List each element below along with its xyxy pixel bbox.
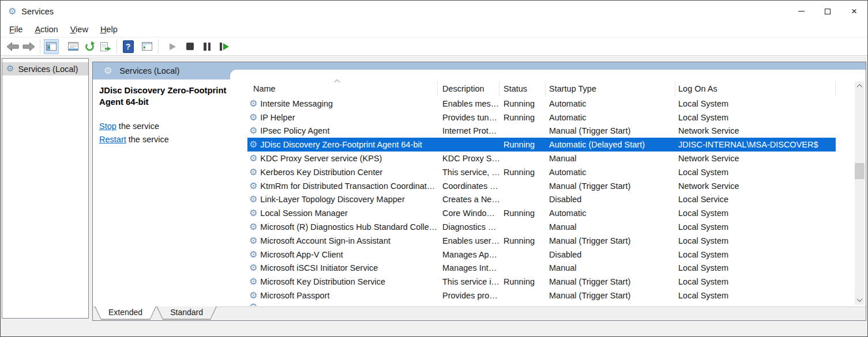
console-tree-icon bbox=[46, 42, 57, 51]
selected-service-title: JDisc Discovery Zero-Footprint Agent 64-… bbox=[99, 85, 232, 108]
restart-service-link[interactable]: Restart bbox=[99, 135, 126, 144]
close-button[interactable]: × bbox=[841, 1, 867, 22]
table-row-partial[interactable]: ⚙ bbox=[247, 302, 836, 306]
restart-service-line: Restart the service bbox=[99, 133, 243, 146]
service-name: IPsec Policy Agent bbox=[260, 126, 329, 135]
tree-item-label: Services (Local) bbox=[18, 65, 78, 74]
table-row[interactable]: ⚙Microsoft Key Distribution Service This… bbox=[247, 275, 836, 289]
service-name: JDisc Discovery Zero-Footprint Agent 64-… bbox=[260, 140, 422, 149]
menu-view[interactable]: View bbox=[70, 25, 88, 34]
action-pane-icon bbox=[142, 42, 152, 51]
window-title: Services bbox=[21, 7, 54, 16]
service-startup-type: Manual (Trigger Start) bbox=[546, 277, 675, 286]
help-icon: ? bbox=[123, 40, 134, 53]
back-button[interactable] bbox=[5, 39, 20, 54]
chevron-down-icon bbox=[857, 296, 863, 302]
column-header-startup-type[interactable]: Startup Type bbox=[546, 81, 675, 96]
stop-icon bbox=[186, 43, 194, 50]
service-description: This service, … bbox=[438, 168, 499, 177]
table-row[interactable]: ⚙Intersite Messaging Enables mes… Runnin… bbox=[247, 97, 836, 111]
scroll-down-button[interactable] bbox=[855, 295, 865, 305]
service-log-on-as: JDISC-INTERNAL\MSA-DISCOVER$ bbox=[675, 140, 836, 149]
minimize-button[interactable] bbox=[788, 1, 814, 22]
stop-service-line: Stop the service bbox=[99, 120, 243, 133]
table-row[interactable]: ⚙KtmRm for Distributed Transaction Coord… bbox=[247, 179, 836, 193]
tab-extended[interactable]: Extended bbox=[95, 306, 156, 320]
refresh-button[interactable] bbox=[82, 39, 97, 54]
service-gear-icon: ⚙ bbox=[249, 277, 257, 286]
restart-service-button[interactable] bbox=[217, 39, 232, 54]
column-header-log-on-as[interactable]: Log On As bbox=[675, 81, 836, 96]
table-row[interactable]: ⚙Microsoft (R) Diagnostics Hub Standard … bbox=[247, 220, 836, 234]
service-log-on-as: Local System bbox=[675, 277, 836, 286]
service-status: Running bbox=[499, 140, 546, 149]
service-name: IP Helper bbox=[260, 113, 295, 122]
column-header-description[interactable]: Description bbox=[438, 81, 499, 96]
properties-button[interactable] bbox=[66, 39, 81, 54]
tab-label: Standard bbox=[156, 306, 217, 317]
tab-standard[interactable]: Standard bbox=[156, 306, 217, 320]
table-row[interactable]: ⚙Kerberos Key Distribution Center This s… bbox=[247, 165, 836, 179]
stop-service-link[interactable]: Stop bbox=[99, 122, 117, 131]
refresh-icon bbox=[84, 41, 95, 52]
service-status: Running bbox=[499, 168, 546, 177]
table-row[interactable]: ⚙Link-Layer Topology Discovery Mapper Cr… bbox=[247, 193, 836, 207]
service-name: Microsoft (R) Diagnostics Hub Standard C… bbox=[260, 222, 437, 232]
maximize-icon bbox=[825, 9, 831, 14]
toolbar-separator bbox=[40, 40, 40, 54]
scrollbar-thumb[interactable] bbox=[855, 163, 865, 179]
service-description: Manages Int… bbox=[438, 263, 499, 272]
table-row[interactable]: ⚙Microsoft Account Sign-in Assistant Ena… bbox=[247, 234, 836, 248]
toolbar-separator bbox=[117, 40, 117, 54]
service-startup-type: Automatic bbox=[546, 99, 675, 108]
menu-file[interactable]: File bbox=[9, 25, 22, 34]
service-status: Running bbox=[499, 99, 546, 108]
pause-service-button[interactable] bbox=[200, 39, 215, 54]
table-row[interactable]: ⚙Microsoft App-V Client Manages Ap… Disa… bbox=[247, 248, 836, 262]
service-log-on-as: Local System bbox=[675, 209, 836, 218]
vertical-scrollbar[interactable] bbox=[855, 81, 865, 305]
services-window: ⚙ Services × File Action View Help bbox=[0, 0, 868, 337]
scroll-up-button[interactable] bbox=[855, 81, 865, 91]
back-arrow-icon bbox=[6, 42, 19, 51]
service-description: Creates a Ne… bbox=[438, 195, 499, 204]
service-status: Running bbox=[499, 113, 546, 122]
help-button[interactable]: ? bbox=[121, 39, 136, 54]
table-row[interactable]: ⚙Microsoft Passport Provides pro… Manual… bbox=[247, 289, 836, 302]
panel-header: ⚙ Services (Local) bbox=[93, 62, 866, 79]
show-action-pane-button[interactable] bbox=[140, 39, 155, 54]
tree-item-services-local[interactable]: ⚙ Services (Local) bbox=[2, 62, 88, 75]
menu-help[interactable]: Help bbox=[100, 25, 118, 34]
service-status: Running bbox=[499, 236, 546, 245]
service-startup-type: Manual bbox=[546, 263, 675, 272]
pause-icon bbox=[204, 43, 211, 51]
maximize-button[interactable] bbox=[814, 1, 841, 22]
service-startup-type: Automatic (Delayed Start) bbox=[546, 140, 675, 149]
service-gear-icon: ⚙ bbox=[249, 222, 257, 232]
column-header-status[interactable]: Status bbox=[499, 81, 546, 96]
show-console-tree-button[interactable] bbox=[44, 39, 59, 54]
service-log-on-as: Local System bbox=[675, 291, 836, 300]
table-row[interactable]: ⚙Local Session Manager Core Windo… Runni… bbox=[247, 206, 836, 220]
service-startup-type: Automatic bbox=[546, 209, 675, 218]
export-list-button[interactable] bbox=[98, 39, 113, 54]
service-startup-type: Manual (Trigger Start) bbox=[546, 181, 675, 191]
table-row[interactable]: ⚙IP Helper Provides tun… Running Automat… bbox=[247, 111, 836, 124]
table-row-selected[interactable]: ⚙JDisc Discovery Zero-Footprint Agent 64… bbox=[247, 138, 836, 152]
table-row[interactable]: ⚙Microsoft iSCSI Initiator Service Manag… bbox=[247, 262, 836, 275]
forward-button[interactable] bbox=[21, 39, 36, 54]
column-header-name[interactable]: Name bbox=[247, 81, 438, 96]
service-description: Core Windo… bbox=[438, 209, 499, 218]
menu-action[interactable]: Action bbox=[35, 25, 58, 34]
stop-service-button[interactable] bbox=[182, 39, 197, 54]
header-curve bbox=[230, 70, 866, 79]
service-gear-icon: ⚙ bbox=[249, 181, 257, 191]
start-service-button[interactable] bbox=[165, 39, 180, 54]
service-name: Link-Layer Topology Discovery Mapper bbox=[260, 195, 404, 204]
view-tabs: Extended Standard bbox=[93, 306, 866, 320]
toolbar-separator bbox=[158, 40, 159, 54]
service-log-on-as: Network Service bbox=[675, 181, 836, 191]
table-row[interactable]: ⚙IPsec Policy Agent Internet Prot… Manua… bbox=[247, 124, 836, 138]
table-row[interactable]: ⚙KDC Proxy Server service (KPS) KDC Prox… bbox=[247, 152, 836, 165]
panel-header-gear-icon: ⚙ bbox=[104, 66, 112, 75]
